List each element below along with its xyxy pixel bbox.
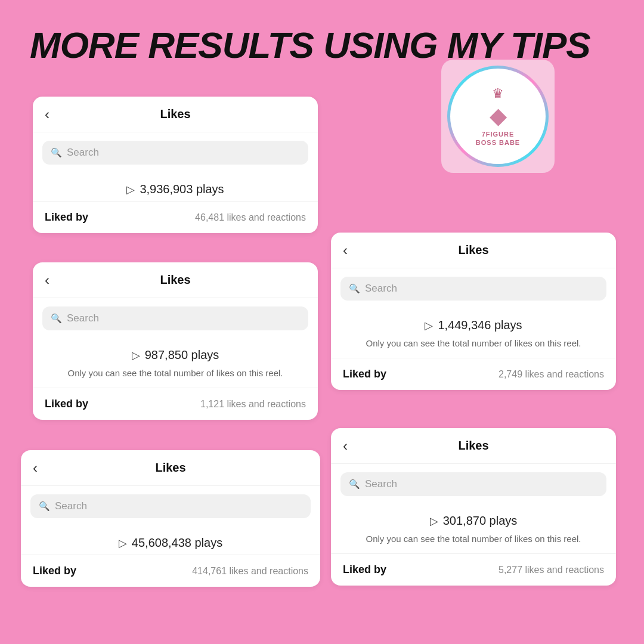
card-1-header: ‹ Likes [33, 97, 318, 132]
card-1-title: Likes [45, 107, 306, 121]
search-icon: 🔍 [51, 313, 62, 324]
card-1-back-button[interactable]: ‹ [45, 106, 49, 123]
card-3-liked-row: Liked by 414,761 likes and reactions [21, 555, 320, 587]
card-4-back-button[interactable]: ‹ [343, 242, 348, 259]
search-icon: 🔍 [39, 501, 50, 512]
card-3-back-button[interactable]: ‹ [33, 460, 38, 476]
card-2-search[interactable]: 🔍 Search [42, 306, 308, 330]
card-1-plays: ▷ 3,936,903 plays [33, 173, 318, 201]
play-icon: ▷ [126, 183, 135, 196]
logo-container: ♛ ◆ 7FIGURE BOSS BABE [441, 60, 555, 173]
play-icon: ▷ [132, 349, 140, 362]
card-2-title: Likes [45, 273, 306, 287]
card-5-search-placeholder: Search [365, 478, 397, 490]
card-5-note: Only you can see the total number of lik… [331, 532, 616, 553]
card-3-search-placeholder: Search [55, 500, 87, 512]
card-4-search[interactable]: 🔍 Search [340, 277, 606, 301]
card-1-search-placeholder: Search [67, 147, 99, 159]
card-2-liked-by-label: Liked by [45, 398, 88, 410]
crown-icon: ♛ [492, 86, 504, 101]
card-4-title: Likes [343, 243, 604, 257]
card-5-liked-by-count: 5,277 likes and reactions [499, 565, 604, 575]
play-icon: ▷ [430, 515, 438, 528]
card-1-search[interactable]: 🔍 Search [42, 141, 308, 165]
card-4-liked-by-label: Liked by [343, 368, 386, 380]
card-5-search[interactable]: 🔍 Search [340, 472, 606, 496]
card-4-plays: ▷ 1,449,346 plays [331, 309, 616, 337]
card-4-note: Only you can see the total number of lik… [331, 337, 616, 358]
search-icon: 🔍 [51, 147, 62, 158]
card-5-liked-row: Liked by 5,277 likes and reactions [331, 553, 616, 586]
play-icon: ▷ [425, 319, 433, 332]
card-1-liked-by-count: 46,481 likes and reactions [195, 212, 306, 223]
card-5-plays: ▷ 301,870 plays [331, 504, 616, 532]
card-2-liked-row: Liked by 1,121 likes and reactions [33, 388, 318, 420]
likes-card-1: ‹ Likes 🔍 Search ▷ 3,936,903 plays Liked… [33, 97, 318, 233]
card-4-liked-row: Liked by 2,749 likes and reactions [331, 358, 616, 390]
likes-card-4: ‹ Likes 🔍 Search ▷ 1,449,346 plays Only … [331, 233, 616, 390]
card-4-search-placeholder: Search [365, 283, 397, 295]
logo-inner: ♛ ◆ 7FIGURE BOSS BABE [476, 86, 520, 147]
card-5-header: ‹ Likes [331, 428, 616, 464]
card-3-plays: ▷ 45,608,438 plays [21, 527, 320, 555]
likes-card-3: ‹ Likes 🔍 Search ▷ 45,608,438 plays Like… [21, 450, 320, 587]
play-icon: ▷ [119, 537, 127, 550]
card-3-liked-by-count: 414,761 likes and reactions [192, 566, 308, 577]
card-2-liked-by-count: 1,121 likes and reactions [200, 399, 306, 410]
card-4-liked-by-count: 2,749 likes and reactions [499, 369, 604, 380]
card-3-search[interactable]: 🔍 Search [30, 494, 311, 518]
search-icon: 🔍 [349, 283, 360, 294]
card-3-header: ‹ Likes [21, 450, 320, 486]
card-1-liked-row: Liked by 46,481 likes and reactions [33, 201, 318, 233]
card-5-liked-by-label: Liked by [343, 564, 386, 576]
likes-card-5: ‹ Likes 🔍 Search ▷ 301,870 plays Only yo… [331, 428, 616, 586]
card-3-title: Likes [33, 461, 308, 475]
card-4-header: ‹ Likes [331, 233, 616, 268]
card-2-header: ‹ Likes [33, 262, 318, 298]
card-3-liked-by-label: Liked by [33, 565, 76, 577]
card-2-back-button[interactable]: ‹ [45, 272, 49, 289]
brand-name: 7FIGURE BOSS BABE [476, 130, 520, 147]
card-5-back-button[interactable]: ‹ [343, 438, 348, 454]
card-2-note: Only you can see the total number of lik… [33, 367, 318, 388]
card-2-search-placeholder: Search [67, 312, 99, 324]
search-icon: 🔍 [349, 479, 360, 490]
card-5-title: Likes [343, 439, 604, 453]
card-1-liked-by-label: Liked by [45, 211, 88, 224]
logo-ring: ♛ ◆ 7FIGURE BOSS BABE [447, 66, 549, 167]
diamond-icon: ◆ [490, 103, 507, 129]
likes-card-2: ‹ Likes 🔍 Search ▷ 987,850 plays Only yo… [33, 262, 318, 420]
card-2-plays: ▷ 987,850 plays [33, 339, 318, 367]
